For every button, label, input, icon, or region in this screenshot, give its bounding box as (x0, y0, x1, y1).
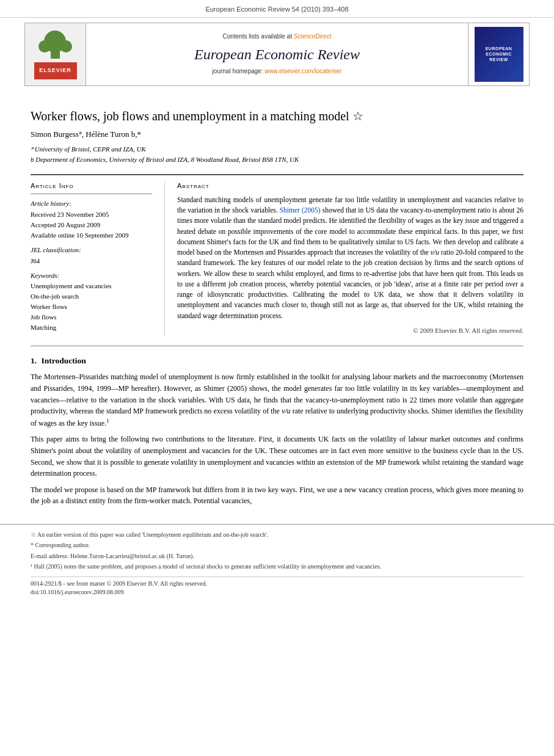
journal-cover-thumbnail: EUROPEAN ECONOMIC REVIEW (468, 23, 529, 85)
section-heading-1: 1. Introduction (31, 355, 523, 367)
page-footer: ☆ An earlier version of this paper was c… (0, 524, 554, 602)
authors: Simon Burgessᵃ, Hélène Turon b,* (31, 129, 523, 140)
homepage-link[interactable]: www.elsevier.com/locate/eer (264, 68, 341, 75)
footnote-email: E-mail address: Helene.Turon-Lacarrieu@b… (31, 552, 523, 561)
available-date: Available online 10 September 2009 (31, 231, 152, 241)
affiliation-b: b Department of Economics, University of… (31, 154, 523, 165)
journal-title: European Economic Review (194, 44, 360, 65)
mini-cover: EUROPEAN ECONOMIC REVIEW (475, 27, 523, 82)
article-info: Article Info Article history: Received 2… (31, 181, 165, 336)
keywords-list: Unemployment and vacancies On-the-job se… (31, 282, 152, 333)
keyword-3: Worker flows (31, 302, 152, 312)
abstract-block: Abstract Standard matching models of une… (165, 181, 523, 336)
shimer-ref: Shimer (2005) (280, 206, 321, 214)
info-separator (31, 194, 152, 194)
section-divider (31, 346, 523, 346)
elsevier-logo-block: ELSEVIER (25, 23, 86, 85)
footnote-asterisk: * Corresponding author. (31, 541, 523, 550)
banner-center: Contents lists available at ScienceDirec… (86, 23, 468, 85)
jel-label: JEL classification: (31, 245, 152, 255)
svg-point-2 (38, 40, 51, 53)
jel-code: J64 (31, 256, 152, 266)
journal-citation: European Economic Review 54 (2010) 393–4… (0, 0, 554, 18)
received-date: Received 23 November 2005 (31, 210, 152, 220)
footer-issn: 0014-2921/$ - see front matter © 2009 El… (31, 576, 523, 597)
article-info-title: Article Info (31, 181, 152, 191)
affiliations: ᵃ University of Bristol, CEPR and IZA, U… (31, 144, 523, 165)
elsevier-tree-icon (38, 29, 72, 60)
history-label: Article history: (31, 199, 152, 209)
intro-paragraph-3: The model we propose is based on the MP … (31, 484, 523, 507)
cover-text: EUROPEAN ECONOMIC REVIEW (477, 46, 521, 62)
sciencedirect-link[interactable]: ScienceDirect (294, 33, 332, 40)
footnote-1: ¹ Hall (2005) notes the same problem, an… (31, 562, 523, 572)
info-abstract-grid: Article Info Article history: Received 2… (31, 174, 523, 336)
citation-text: European Economic Review 54 (2010) 393–4… (205, 5, 348, 13)
journal-homepage: journal homepage: www.elsevier.com/locat… (213, 67, 342, 76)
footnote-star: ☆ An earlier version of this paper was c… (31, 531, 523, 540)
elsevier-wordmark: ELSEVIER (34, 62, 77, 79)
keyword-5: Matching (31, 323, 152, 333)
keyword-4: Job flows (31, 313, 152, 322)
intro-paragraph-1: The Mortensen–Pissarides matching model … (31, 371, 523, 429)
keyword-1: Unemployment and vacancies (31, 282, 152, 291)
main-content: Worker flows, job flows and unemployment… (0, 91, 554, 524)
page: European Economic Review 54 (2010) 393–4… (0, 0, 554, 756)
paper-title: Worker flows, job flows and unemployment… (31, 108, 523, 124)
section-title-text: Introduction (42, 356, 86, 365)
intro-paragraph-2: This paper aims to bring the following t… (31, 434, 523, 479)
contents-available: Contents lists available at ScienceDirec… (223, 32, 332, 42)
keywords-label: Keywords: (31, 271, 152, 281)
abstract-title: Abstract (177, 181, 523, 191)
svg-point-3 (60, 40, 72, 53)
journal-banner: ELSEVIER Contents lists available at Sci… (24, 23, 530, 86)
abstract-text: Standard matching models of unemployment… (177, 195, 523, 321)
affiliation-a: ᵃ University of Bristol, CEPR and IZA, U… (31, 144, 523, 155)
copyright-line: © 2009 Elsevier B.V. All rights reserved… (177, 326, 523, 336)
keyword-2: On-the-job search (31, 292, 152, 302)
accepted-date: Accepted 20 August 2009 (31, 220, 152, 230)
